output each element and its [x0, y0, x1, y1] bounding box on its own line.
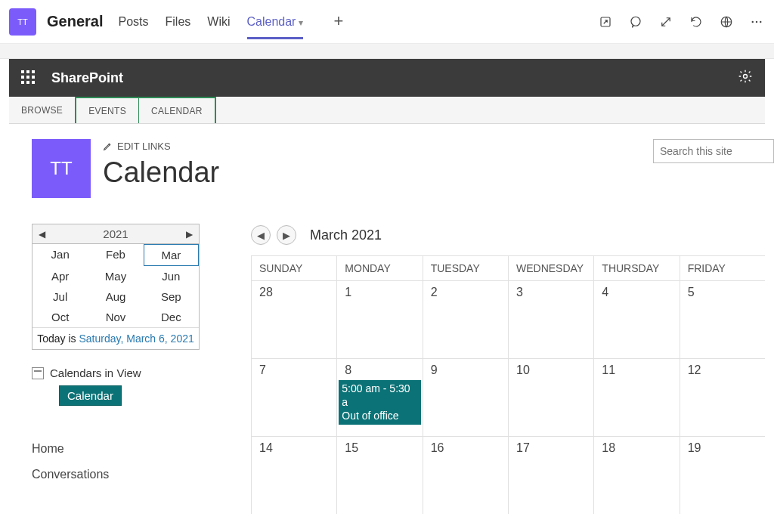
- sharepoint-title: SharePoint: [51, 70, 123, 86]
- svg-point-3: [752, 20, 754, 22]
- calendar-day-cell[interactable]: 10: [508, 359, 593, 436]
- day-of-week-header: TUESDAY: [423, 256, 508, 280]
- mini-cal-month[interactable]: Oct: [33, 307, 88, 327]
- ribbon: BROWSE EVENTS CALENDAR: [9, 97, 765, 124]
- tab-calendar[interactable]: Calendar▾: [247, 15, 304, 39]
- svg-point-5: [760, 20, 761, 22]
- calendar-week-row: 141516171819: [251, 436, 765, 514]
- calendar-day-cell[interactable]: 18: [593, 437, 679, 514]
- mini-cal-year[interactable]: 2021: [103, 227, 128, 240]
- calendar-day-cell[interactable]: 17: [508, 437, 593, 514]
- quick-links: Home Conversations: [32, 436, 228, 487]
- mini-cal-month[interactable]: Jan: [33, 244, 88, 266]
- svg-point-6: [744, 74, 748, 78]
- calendar-day-cell[interactable]: 19: [680, 437, 765, 514]
- mini-cal-month[interactable]: Dec: [144, 307, 199, 327]
- chevron-down-icon: ▾: [299, 17, 303, 28]
- calendar-day-cell[interactable]: 2: [423, 281, 508, 358]
- gear-icon[interactable]: [738, 69, 753, 88]
- pencil-icon: [103, 141, 113, 151]
- calendar-day-cell[interactable]: 4: [593, 281, 679, 358]
- quick-link-conversations[interactable]: Conversations: [32, 462, 228, 487]
- calendar-grid: SUNDAYMONDAYTUESDAYWEDNESDAYTHURSDAYFRID…: [251, 255, 765, 514]
- calendar-day-cell[interactable]: 7: [251, 359, 336, 436]
- month-label: March 2021: [310, 227, 382, 243]
- calendar-icon: [32, 367, 44, 379]
- edit-links-label: EDIT LINKS: [117, 141, 171, 152]
- calendar-day-cell[interactable]: 28: [251, 281, 336, 358]
- page-title-block: EDIT LINKS Calendar: [103, 139, 219, 198]
- search-input[interactable]: [653, 139, 774, 163]
- tab-calendar-label: Calendar: [247, 15, 296, 28]
- add-tab-button[interactable]: +: [333, 11, 343, 31]
- calendar-day-cell[interactable]: 3: [508, 281, 593, 358]
- calendar-overlay-badge[interactable]: Calendar: [59, 385, 122, 406]
- expand-icon[interactable]: [658, 14, 674, 30]
- calendar-day-cell[interactable]: 11: [593, 359, 679, 436]
- next-month-button[interactable]: ▶: [277, 225, 296, 245]
- calendar-day-cell[interactable]: 15: [336, 437, 422, 514]
- calendar-day-cell[interactable]: 85:00 am - 5:30 aOut of office: [336, 359, 422, 436]
- mini-cal-month[interactable]: Aug: [88, 286, 143, 307]
- globe-icon[interactable]: [718, 14, 735, 30]
- popout-icon[interactable]: [597, 14, 614, 30]
- calendar-day-cell[interactable]: 9: [423, 359, 508, 436]
- calendar-day-cell[interactable]: 16: [423, 437, 508, 514]
- refresh-icon[interactable]: [688, 14, 704, 30]
- calendar-week-row: 2812345: [251, 280, 765, 358]
- month-nav: ◀ ▶ March 2021: [251, 225, 765, 255]
- calendars-in-view-label: Calendars in View: [50, 367, 141, 379]
- ribbon-tab-browse[interactable]: BROWSE: [9, 97, 75, 123]
- calendar-event[interactable]: 5:00 am - 5:30 aOut of office: [339, 380, 420, 425]
- svg-point-1: [631, 17, 640, 26]
- quick-link-home[interactable]: Home: [32, 436, 228, 462]
- chat-icon[interactable]: [627, 14, 644, 30]
- mini-cal-month[interactable]: Apr: [33, 266, 88, 286]
- today-link[interactable]: Saturday, March 6, 2021: [79, 332, 194, 345]
- calendar-day-cell[interactable]: 12: [680, 359, 765, 436]
- mini-cal-month[interactable]: May: [88, 266, 143, 286]
- mini-cal-prev-icon[interactable]: ◀: [39, 229, 45, 240]
- calendar-day-cell[interactable]: 5: [680, 281, 765, 358]
- prev-month-button[interactable]: ◀: [251, 225, 271, 245]
- more-icon[interactable]: [748, 14, 765, 30]
- site-avatar[interactable]: TT: [32, 139, 91, 198]
- channel-tabs: Posts Files Wiki Calendar▾ +: [118, 10, 343, 34]
- content-area: TT EDIT LINKS Calendar ◀ 2021 ▶ JanFebMa…: [9, 124, 765, 514]
- tab-posts[interactable]: Posts: [118, 15, 148, 39]
- mini-cal-month[interactable]: Feb: [88, 244, 143, 266]
- mini-cal-month[interactable]: Sep: [144, 286, 199, 307]
- day-of-week-header: SUNDAY: [251, 256, 336, 280]
- today-prefix: Today is: [37, 332, 79, 345]
- mini-cal-next-icon[interactable]: ▶: [186, 229, 193, 240]
- mini-cal-month[interactable]: Mar: [144, 244, 199, 266]
- mini-calendar: ◀ 2021 ▶ JanFebMarAprMayJunJulAugSepOctN…: [32, 224, 200, 350]
- tab-wiki[interactable]: Wiki: [207, 15, 230, 39]
- ribbon-tab-events[interactable]: EVENTS: [75, 97, 138, 123]
- mini-cal-month[interactable]: Jul: [33, 286, 88, 307]
- teams-top-bar: TT General Posts Files Wiki Calendar▾ +: [0, 0, 774, 44]
- day-of-week-row: SUNDAYMONDAYTUESDAYWEDNESDAYTHURSDAYFRID…: [251, 256, 765, 280]
- page-title: Calendar: [103, 156, 219, 189]
- day-of-week-header: THURSDAY: [593, 256, 679, 280]
- mini-cal-month[interactable]: Jun: [144, 266, 199, 286]
- page-header: TT EDIT LINKS Calendar: [32, 139, 228, 198]
- today-line: Today is Saturday, March 6, 2021: [33, 327, 199, 349]
- day-of-week-header: WEDNESDAY: [508, 256, 593, 280]
- mini-cal-grid: JanFebMarAprMayJunJulAugSepOctNovDec: [33, 244, 199, 327]
- svg-point-4: [756, 20, 757, 22]
- calendar-day-cell[interactable]: 14: [251, 437, 336, 514]
- calendar-day-cell[interactable]: 1: [336, 281, 422, 358]
- calendar-week-row: 785:00 am - 5:30 aOut of office9101112: [251, 358, 765, 436]
- ribbon-tab-calendar[interactable]: CALENDAR: [138, 97, 216, 123]
- right-column: ◀ ▶ March 2021 SUNDAYMONDAYTUESDAYWEDNES…: [251, 139, 765, 514]
- day-of-week-header: FRIDAY: [680, 256, 765, 280]
- team-avatar[interactable]: TT: [9, 8, 36, 36]
- edit-links-button[interactable]: EDIT LINKS: [103, 141, 219, 152]
- tab-files[interactable]: Files: [166, 15, 191, 39]
- app-launcher-icon[interactable]: [21, 70, 36, 85]
- gap-strip: [0, 44, 774, 59]
- channel-name[interactable]: General: [47, 13, 103, 30]
- mini-cal-month[interactable]: Nov: [88, 307, 143, 327]
- day-of-week-header: MONDAY: [336, 256, 422, 280]
